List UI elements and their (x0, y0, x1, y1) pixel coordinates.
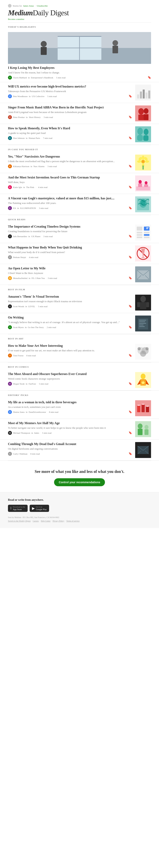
highlight-2-title[interactable]: Singer From Music Band ABBA Was Born in … (8, 105, 132, 110)
editors-3-bookmark[interactable]: 🔖 (129, 452, 132, 455)
editors-1: My life as a woman in tech, told in thre… (0, 398, 159, 419)
unsubscribe-weekly-link[interactable]: Switch to the Weekly Digest (8, 520, 31, 522)
highlight-2-bookmark[interactable]: 🔖 (129, 115, 132, 119)
user-name-link[interactable]: James Jonas (23, 5, 34, 7)
missed-3-title[interactable]: A Vincent van Gogh's masterpiece, valued… (8, 196, 132, 200)
quick-1: The Importance of Creating Timeless Desi… (0, 222, 159, 243)
quick-2-meta: P Pedram Shojai · 4 min read 🔖 (8, 255, 132, 259)
svg-rect-76 (139, 325, 144, 325)
careers-link[interactable]: Careers (33, 520, 39, 522)
quick-2-author: Pedram Shojai (13, 256, 26, 258)
art-1: How to Make Your Art More Interesting If… (0, 341, 159, 362)
missed-1-title[interactable]: Yes, "Nice" Narcissists Are Dangerous (8, 155, 132, 159)
art-1-author: Tom Froese (13, 354, 24, 357)
svg-rect-13 (143, 90, 145, 98)
highlight-1-bookmark[interactable]: 🔖 (129, 94, 132, 98)
editors-1-bookmark[interactable]: 🔖 (129, 410, 132, 413)
svg-rect-49 (137, 232, 142, 234)
svg-rect-90 (141, 404, 145, 412)
comics-1-pub: FairFare (29, 382, 36, 385)
become-member-line: Become a member (8, 18, 151, 20)
film-1: Amazon's 'Them' Is Visual Terrorism Repr… (0, 292, 159, 313)
hero-bookmark-icon[interactable]: 🔖 (148, 76, 151, 79)
svg-point-30 (137, 160, 141, 163)
comics-1-bookmark[interactable]: 🔖 (129, 382, 132, 385)
help-center-link[interactable]: Help Center (41, 520, 51, 522)
privacy-policy-link[interactable]: Privacy Policy (53, 520, 64, 522)
google-play-button[interactable]: ▶ Get it on Google Play (30, 505, 49, 512)
header: Stories for James Jonas · Unsubscribe Me… (0, 0, 159, 22)
hero-author-avatar: T (8, 75, 12, 80)
quick-3-bookmark[interactable]: 🔖 (129, 276, 132, 280)
svg-point-93 (141, 404, 145, 405)
editors-2-bookmark[interactable]: 🔖 (129, 431, 132, 434)
svg-rect-68 (140, 302, 146, 309)
editors-1-thumb (135, 400, 151, 416)
svg-rect-53 (144, 234, 150, 236)
editors-1-time: 8 min read (49, 411, 58, 413)
film-2-avatar: S (8, 325, 12, 329)
svg-rect-11 (137, 94, 139, 98)
editors-1-title[interactable]: My life as a woman in tech, told in thre… (8, 400, 132, 404)
svg-rect-60 (143, 254, 144, 257)
editors-3-time: 8 min read (30, 453, 40, 455)
highlight-3-bookmark[interactable]: 🔖 (129, 136, 132, 140)
svg-rect-97 (138, 429, 142, 435)
film-2-thumb (135, 315, 151, 332)
film-1-title[interactable]: Amazon's 'Them' Is Visual Terrorism (8, 294, 132, 299)
comics-1-title[interactable]: The Most Absurd and Obscure Superheroes … (8, 372, 132, 376)
highlight-1-thumb (135, 85, 151, 100)
hero-title[interactable]: I Keep Losing My Best Employees (8, 66, 151, 70)
quick-2-bookmark[interactable]: 🔖 (129, 255, 132, 259)
become-member-link[interactable]: Become a member (8, 18, 24, 20)
svg-rect-95 (135, 421, 151, 437)
missed-1-meta: K Kikianya Harrison in Narc Alarms · 3 m… (8, 164, 132, 168)
missed-1-time: 3 min read (47, 165, 57, 167)
comics-1: The Most Absurd and Obscure Superheroes … (0, 370, 159, 391)
art-1-bookmark[interactable]: 🔖 (129, 354, 132, 357)
highlight-3-title[interactable]: How to Speak Honestly, Even When It's Ha… (8, 126, 132, 130)
editors-2-meta: M Michael Thompson in Index · 5 min read… (8, 431, 132, 435)
film-2-subtitle: "I strongly believe that writing is an a… (8, 320, 132, 324)
film-2-title[interactable]: On Writing (8, 315, 132, 320)
comics-1-meta: H Hogan Torah in FairFare · 5 min read 🔖 (8, 382, 132, 386)
user-avatar (8, 4, 11, 7)
highlight-1-title[interactable]: Will UX metrics ever become high-level b… (8, 85, 132, 89)
editors-3-title[interactable]: Combing Through My Dead Dad's Gmail Acco… (8, 442, 132, 446)
film-1-bookmark[interactable]: 🔖 (129, 305, 132, 308)
svg-point-23 (144, 129, 149, 135)
quick-2-thumb (135, 246, 151, 261)
cta-button[interactable]: Control your recommendations (54, 478, 105, 486)
highlight-3-meta: D Don Johnson in Human Parts · 7 min rea… (8, 136, 132, 140)
svg-point-92 (137, 405, 140, 406)
unsubscribe-link-top[interactable]: Unsubscribe (37, 5, 48, 7)
editors-2-title[interactable]: Most of My Mentors Are Half My Age (8, 421, 132, 425)
quick-1-title[interactable]: The Importance of Creating Timeless Desi… (8, 225, 132, 229)
terms-of-service-link[interactable]: Terms of service (66, 520, 80, 522)
highlight-3-avatar: D (8, 136, 12, 140)
missed-3-meta: E EJr in ILLUMINATION · 3 min read 🔖 (8, 206, 132, 210)
art-1-title[interactable]: How to Make Your Art More Interesting (8, 344, 132, 348)
art-1-time: 8 min read (26, 354, 36, 357)
film-1-thumb (135, 294, 151, 311)
svg-rect-37 (136, 186, 150, 190)
masthead-medium: Medium (8, 8, 33, 17)
svg-rect-50 (137, 234, 142, 236)
section-best-comics: BEST IN COMICS (0, 363, 159, 370)
svg-point-94 (146, 406, 149, 407)
missed-3-bookmark[interactable]: 🔖 (129, 206, 132, 210)
quick-1-bookmark[interactable]: 🔖 (129, 235, 132, 238)
stories-for-line: Stories for James Jonas · Unsubscribe (8, 4, 151, 7)
missed-2-author: Katie Jgln (13, 186, 22, 188)
film-2-bookmark[interactable]: 🔖 (129, 326, 132, 329)
highlight-1-subtitle: Takeaways from the Persuasive UX Metrics… (8, 90, 132, 93)
quick-2-title[interactable]: What Happens in Your Body When You Quit … (8, 246, 132, 250)
missed-1-bookmark[interactable]: 🔖 (129, 164, 132, 168)
masthead-rest: Daily Digest (33, 8, 69, 17)
missed-2-title[interactable]: And the Most Sexist Invention Award Goes… (8, 176, 132, 180)
missed-2-bookmark[interactable]: 🔖 (129, 185, 132, 189)
app-store-button[interactable]:  Download on the App Store (8, 505, 28, 512)
svg-rect-47 (137, 226, 142, 230)
quick-3-title[interactable]: An Open Letter to My Wife (8, 267, 132, 271)
section-missed: IN CASE YOU MISSED IT (0, 145, 159, 152)
